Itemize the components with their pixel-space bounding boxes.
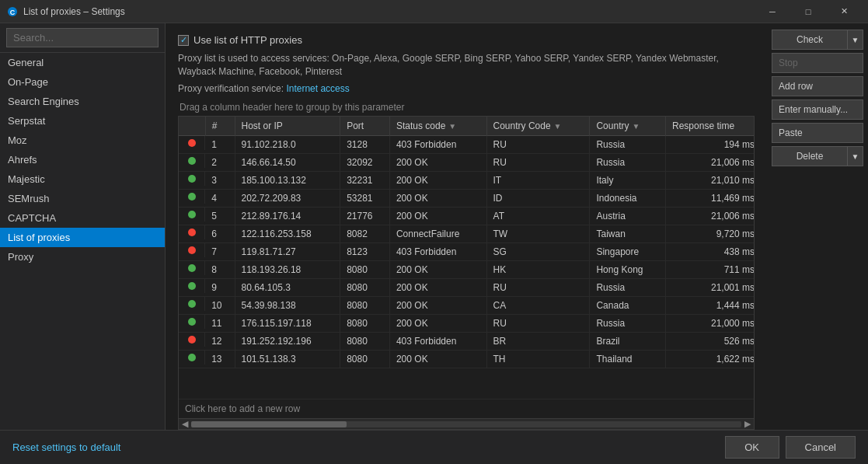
- status-dot-cell: [179, 297, 205, 311]
- sidebar-item-search-engines[interactable]: Search Engines: [0, 92, 165, 111]
- scroll-right-arrow[interactable]: ▶: [744, 419, 751, 429]
- status-dot-cell: [179, 225, 205, 239]
- table-row[interactable]: 1054.39.98.1388080200 OKCACanada1,444 ms: [179, 296, 754, 314]
- add-row-hint[interactable]: Click here to add a new row: [179, 399, 754, 418]
- row-host: 119.81.71.27: [235, 242, 340, 260]
- paste-button[interactable]: Paste: [772, 123, 863, 143]
- check-dropdown-arrow[interactable]: ▼: [847, 30, 863, 49]
- row-host: 122.116.253.158: [235, 225, 340, 242]
- ok-button[interactable]: OK: [725, 436, 779, 459]
- row-host: 101.51.138.3: [235, 350, 340, 368]
- table-row[interactable]: 8118.193.26.188080200 OKHKHong Kong711 m…: [179, 260, 754, 278]
- table-row[interactable]: 4202.72.209.8353281200 OKIDIndonesia11,4…: [179, 189, 754, 207]
- sidebar-item-on-page[interactable]: On-Page: [0, 72, 165, 92]
- sidebar-item-proxy[interactable]: Proxy: [0, 247, 165, 267]
- search-input[interactable]: [6, 28, 159, 47]
- status-dot-cell: [179, 154, 205, 168]
- svg-text:C: C: [10, 9, 16, 16]
- filter-icon-status[interactable]: ▼: [448, 122, 456, 131]
- table-header-row: #Host or IPPortStatus code▼Country Code▼…: [179, 117, 754, 136]
- filter-icon-country[interactable]: ▼: [632, 122, 640, 131]
- delete-dropdown-arrow[interactable]: ▼: [847, 147, 863, 166]
- col-header-host: Host or IP: [235, 117, 340, 136]
- row-response: 1,444 ms: [666, 296, 754, 314]
- table-row[interactable]: 5212.89.176.1421776200 OKATAustria21,006…: [179, 207, 754, 225]
- row-country-code: AT: [486, 207, 590, 225]
- verification-label: Proxy verification service:: [178, 83, 284, 94]
- cancel-button[interactable]: Cancel: [786, 436, 856, 459]
- row-num: 8: [205, 260, 235, 278]
- table-row[interactable]: 2146.66.14.5032092200 OKRURussia21,006 m…: [179, 153, 754, 171]
- col-header-country[interactable]: Country▼: [590, 117, 666, 136]
- table-row[interactable]: 191.102.218.03128403 ForbiddenRURussia19…: [179, 135, 754, 153]
- reset-button[interactable]: Reset settings to default: [12, 441, 120, 453]
- row-country: Hong Kong: [590, 260, 666, 278]
- stop-button[interactable]: Stop: [772, 53, 863, 73]
- table-scroll[interactable]: #Host or IPPortStatus code▼Country Code▼…: [179, 117, 754, 399]
- row-num: 1: [205, 135, 235, 153]
- sidebar-item-list-of-proxies[interactable]: List of proxies: [0, 228, 165, 247]
- row-host: 91.102.218.0: [235, 135, 340, 153]
- row-status: 200 OK: [389, 153, 486, 171]
- row-num: 11: [205, 314, 235, 332]
- status-dot: [188, 193, 196, 201]
- filter-icon-country_code[interactable]: ▼: [554, 122, 562, 131]
- sidebar-item-semrush[interactable]: SEMrush: [0, 189, 165, 208]
- col-header-country_code[interactable]: Country Code▼: [486, 117, 590, 136]
- row-port: 8080: [340, 278, 390, 296]
- delete-button[interactable]: Delete: [772, 147, 847, 166]
- row-port: 3128: [340, 135, 390, 153]
- sidebar-item-ahrefs[interactable]: Ahrefs: [0, 150, 165, 169]
- table-row[interactable]: 6122.116.253.1588082ConnectFailureTWTaiw…: [179, 225, 754, 242]
- row-port: 32231: [340, 171, 390, 189]
- row-response: 711 ms: [666, 260, 754, 278]
- table-row[interactable]: 980.64.105.38080200 OKRURussia21,001 ms: [179, 278, 754, 296]
- sidebar-item-serpstat[interactable]: Serpstat: [0, 111, 165, 131]
- row-num: 12: [205, 332, 235, 350]
- row-country-code: ID: [486, 189, 590, 207]
- sidebar-item-majestic[interactable]: Majestic: [0, 169, 165, 189]
- bottom-bar: Reset settings to default OK Cancel: [0, 430, 868, 464]
- sidebar-item-moz[interactable]: Moz: [0, 131, 165, 150]
- row-response: 21,006 ms: [666, 207, 754, 225]
- table-row[interactable]: 3185.100.13.13232231200 OKITItaly21,010 …: [179, 171, 754, 189]
- minimize-button[interactable]: ─: [755, 0, 790, 23]
- sidebar-item-general[interactable]: General: [0, 53, 165, 72]
- maximize-button[interactable]: □: [790, 0, 826, 23]
- check-button[interactable]: Check: [772, 30, 847, 49]
- scroll-left-arrow[interactable]: ◀: [182, 419, 188, 429]
- row-country-code: TH: [486, 350, 590, 368]
- status-dot-cell: [179, 351, 205, 365]
- row-country-code: TW: [486, 225, 590, 242]
- table-row[interactable]: 13101.51.138.38080200 OKTHThailand1,622 …: [179, 350, 754, 368]
- row-host: 176.115.197.118: [235, 314, 340, 332]
- checkbox-indicator: [178, 35, 189, 46]
- col-header-num: #: [205, 117, 235, 136]
- use-http-proxies-checkbox[interactable]: Use list of HTTP proxies: [178, 34, 302, 46]
- table-row[interactable]: 12191.252.192.1968080403 ForbiddenBRBraz…: [179, 332, 754, 350]
- app-icon: C: [6, 5, 19, 18]
- window-controls: ─ □ ✕: [755, 0, 862, 23]
- add-row-button[interactable]: Add row: [772, 76, 863, 96]
- row-port: 53281: [340, 189, 390, 207]
- status-dot-cell: [179, 208, 205, 222]
- status-dot: [188, 229, 196, 236]
- internet-access-link[interactable]: Internet access: [286, 83, 349, 94]
- row-country-code: RU: [486, 153, 590, 171]
- status-dot-cell: [179, 315, 205, 329]
- horizontal-scrollbar[interactable]: ◀ ▶: [179, 418, 754, 429]
- table-row[interactable]: 11176.115.197.1188080200 OKRURussia21,00…: [179, 314, 754, 332]
- row-port: 32092: [340, 153, 390, 171]
- row-port: 8080: [340, 350, 390, 368]
- row-num: 9: [205, 278, 235, 296]
- delete-button-group: Delete ▼: [772, 146, 863, 166]
- row-response: 21,000 ms: [666, 314, 754, 332]
- col-header-status[interactable]: Status code▼: [389, 117, 486, 136]
- table-row[interactable]: 7119.81.71.278123403 ForbiddenSGSingapor…: [179, 242, 754, 260]
- sidebar-item-captcha[interactable]: CAPTCHA: [0, 208, 165, 228]
- row-num: 13: [205, 350, 235, 368]
- close-button[interactable]: ✕: [826, 0, 862, 23]
- row-host: 80.64.105.3: [235, 278, 340, 296]
- row-status: 200 OK: [389, 296, 486, 314]
- enter-manually-button[interactable]: Enter manually...: [772, 99, 863, 120]
